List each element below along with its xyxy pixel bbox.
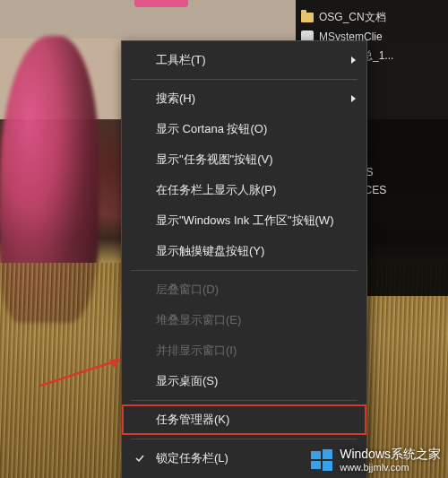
menu-show-touchkbd[interactable]: 显示触摸键盘按钮(Y) [122, 236, 366, 266]
menu-label: 显示"Windows Ink 工作区"按钮(W) [156, 213, 333, 229]
menu-label: 显示 Cortana 按钮(O) [156, 121, 267, 137]
menu-label: 锁定任务栏(L) [156, 450, 228, 466]
menu-label: 工具栏(T) [156, 52, 206, 68]
menu-label: 并排显示窗口(I) [156, 343, 237, 359]
menu-task-manager[interactable]: 任务管理器(K) [122, 404, 366, 435]
menu-label: 堆叠显示窗口(E) [156, 312, 241, 328]
menu-separator [131, 439, 358, 439]
watermark: Windows系统之家 www.bjjmlv.com [309, 448, 441, 473]
menu-label: 任务管理器(K) [156, 412, 229, 428]
watermark-title: Windows系统之家 [340, 448, 441, 461]
folder-icon [301, 13, 314, 22]
menu-show-ink[interactable]: 显示"Windows Ink 工作区"按钮(W) [122, 205, 366, 236]
windows-logo-icon [309, 448, 334, 473]
taskbar-app-indicator [134, 0, 188, 7]
menu-label: 搜索(H) [156, 91, 195, 107]
menu-label: 层叠窗口(D) [156, 282, 219, 298]
svg-rect-13 [311, 461, 321, 469]
menu-label: 在任务栏上显示人脉(P) [156, 182, 276, 198]
menu-show-cortana[interactable]: 显示 Cortana 按钮(O) [122, 114, 366, 144]
menu-toolbars[interactable]: 工具栏(T) [122, 45, 366, 75]
file-row[interactable]: OSG_CN文档 [299, 7, 444, 28]
chevron-right-icon [351, 95, 356, 102]
menu-separator [131, 79, 358, 80]
check-icon [133, 451, 147, 465]
menu-search[interactable]: 搜索(H) [122, 83, 366, 114]
svg-rect-14 [323, 461, 332, 471]
menu-show-desktop[interactable]: 显示桌面(S) [122, 366, 366, 396]
menu-show-people[interactable]: 在任务栏上显示人脉(P) [122, 175, 366, 205]
svg-rect-12 [323, 449, 332, 459]
menu-label: 显示触摸键盘按钮(Y) [156, 243, 264, 259]
chevron-right-icon [351, 56, 356, 64]
menu-separator [131, 400, 358, 401]
svg-rect-11 [311, 451, 321, 459]
menu-show-taskview[interactable]: 显示"任务视图"按钮(V) [122, 144, 366, 175]
watermark-url: www.bjjmlv.com [340, 462, 441, 473]
menu-cascade: 层叠窗口(D) [122, 274, 366, 305]
file-label: OSG_CN文档 [319, 10, 386, 25]
taskbar-context-menu: 工具栏(T) 搜索(H) 显示 Cortana 按钮(O) 显示"任务视图"按钮… [121, 40, 367, 478]
menu-separator [131, 270, 358, 271]
menu-taskbar-settings[interactable]: 任务栏设置(T) [122, 474, 366, 478]
menu-stacked: 堆叠显示窗口(E) [122, 305, 366, 335]
menu-sidebyside: 并排显示窗口(I) [122, 335, 366, 366]
menu-label: 显示桌面(S) [156, 373, 218, 389]
menu-label: 显示"任务视图"按钮(V) [156, 152, 273, 168]
